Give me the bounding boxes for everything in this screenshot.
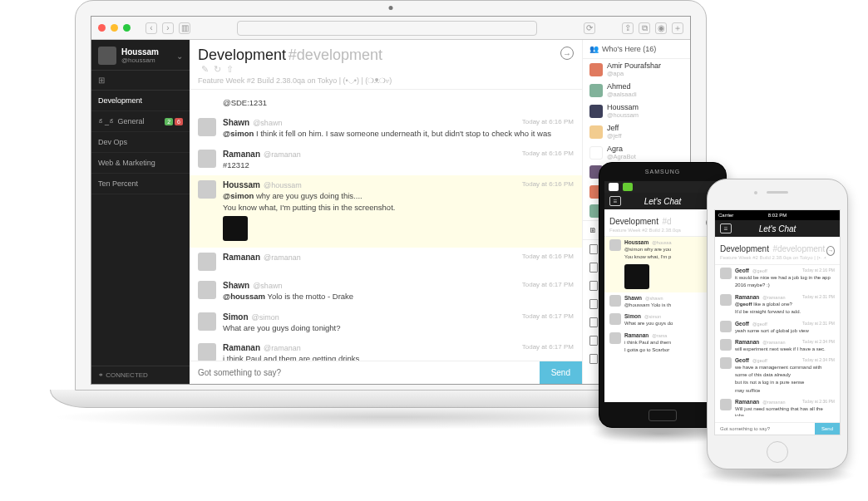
message-time: Today at 6:17 PM xyxy=(522,312,574,320)
message-text: 2016 maybe? :) xyxy=(735,282,835,288)
minimize-icon[interactable] xyxy=(111,24,118,32)
sidebar-item-general[interactable]: ಠ_ಠ General26 xyxy=(91,111,190,132)
status-time: 8:02 PM xyxy=(768,213,787,218)
logout-icon[interactable]: → xyxy=(560,47,574,60)
menu-icon[interactable]: ≡ xyxy=(720,223,732,233)
downloads-button[interactable]: ◉ xyxy=(655,22,667,34)
message-handle: @simon xyxy=(252,313,279,322)
message-list[interactable]: @SDE:1231Shawn@shawn@simon I think it fe… xyxy=(190,90,582,361)
back-button[interactable]: ‹ xyxy=(145,22,157,34)
person-name: Amir Pourafshar xyxy=(607,61,661,70)
message-time: Today at 6:16 PM xyxy=(522,150,574,157)
channel-header: Development #development Feature Week #2… xyxy=(715,237,840,265)
message-author: Ramanan xyxy=(735,399,759,405)
badge-count: 6 xyxy=(175,118,183,125)
chevron-down-icon[interactable]: ⌄ xyxy=(176,52,183,61)
message-author: Geoff xyxy=(735,321,749,327)
channel-subtitle: Feature Week #2 Build 2.38.0qa on Tokyo … xyxy=(198,76,392,86)
file-icon xyxy=(589,263,598,273)
person-name: Ahmed xyxy=(607,82,637,91)
attachment-thumbnail[interactable] xyxy=(624,264,649,289)
message-text: You know what, I'm p xyxy=(624,253,716,260)
message-input[interactable] xyxy=(190,361,540,384)
message-text: @houssam Yolo is the motto - Drake xyxy=(223,291,574,302)
message-author: Geoff xyxy=(735,357,749,363)
message-list[interactable]: Houssam@houssa@simon why are youYou know… xyxy=(604,237,721,356)
message: Ramanan@ramananToday at 6:16 PM xyxy=(190,248,582,276)
channel-title: Development xyxy=(198,47,286,63)
url-field[interactable] xyxy=(237,21,537,36)
avatar xyxy=(98,47,116,65)
person-item[interactable]: Houssam@houssam xyxy=(583,101,690,121)
whos-here-header: 👥Who's Here (16) xyxy=(583,40,690,59)
grid-icon[interactable]: ⊞ xyxy=(91,71,190,91)
person-handle: @apa xyxy=(607,70,661,77)
person-item[interactable]: Ahmed@aalsaadi xyxy=(583,80,690,101)
message-text: @houssam Yolo is th xyxy=(624,302,716,308)
file-icon xyxy=(589,336,598,346)
avatar xyxy=(589,105,603,118)
channel-slug: #development xyxy=(772,244,825,253)
iphone-home-button[interactable] xyxy=(767,441,788,463)
zoom-icon[interactable] xyxy=(123,24,131,32)
tabs-button[interactable]: ⧉ xyxy=(639,22,650,34)
reload-button[interactable]: ⟳ xyxy=(584,22,595,34)
person-item[interactable]: Amir Pourafshar@apa xyxy=(583,59,690,80)
message-time: Today at 6:16 PM xyxy=(522,118,574,125)
forward-button[interactable]: › xyxy=(162,22,174,34)
menu-icon[interactable]: ≡ xyxy=(609,196,621,206)
message: Ramanan@ramanan#12312Today at 6:16 PM xyxy=(190,145,582,175)
message-text: I gotta go to Scarbor xyxy=(624,346,716,353)
message-author: Shawn xyxy=(223,118,249,127)
sidebar-current-user[interactable]: Houssam @houssam ⌄ xyxy=(91,40,190,71)
avatar xyxy=(720,399,732,410)
message-list[interactable]: Geoff@geoffit would be nice we had a job… xyxy=(715,265,840,416)
attachment-thumbnail[interactable] xyxy=(223,216,248,241)
safari-toolbar: ‹ › ▥ ⟳ ⇪ ⧉ ◉ ＋ xyxy=(91,17,690,40)
sidebar-button[interactable]: ▥ xyxy=(179,22,190,34)
share-button[interactable]: ⇪ xyxy=(622,22,634,34)
message-author: Ramanan xyxy=(735,294,759,300)
main-panel: Development #development ✎ ↻ ⇧ Feature W… xyxy=(190,40,582,384)
channel-subtitle: Feature Week #2 Build 2.38.0qa on Tokyo … xyxy=(720,255,826,261)
logout-icon[interactable]: → xyxy=(826,246,835,256)
user-name: Houssam xyxy=(121,47,159,56)
avatar xyxy=(198,281,216,299)
message-text: @SDE:1231 xyxy=(223,97,574,108)
badge-count: 2 xyxy=(165,118,173,125)
message-text: but its not a log in a pure sense xyxy=(735,379,835,386)
message-handle: @simon xyxy=(644,314,661,319)
send-button[interactable]: Send xyxy=(540,361,582,384)
new-tab-button[interactable]: ＋ xyxy=(672,22,683,34)
iphone-speaker xyxy=(767,191,788,194)
message-input[interactable] xyxy=(715,423,815,435)
history-icon[interactable]: ↻ xyxy=(214,64,221,75)
ios-status-bar: Carrier 8:02 PM xyxy=(715,210,840,220)
upload-icon[interactable]: ⇧ xyxy=(226,64,234,75)
message-author: Simon xyxy=(624,313,641,319)
edit-icon[interactable]: ✎ xyxy=(201,64,209,75)
home-icon[interactable] xyxy=(609,183,619,191)
file-icon xyxy=(589,299,598,309)
sidebar-item-devops[interactable]: Dev Ops xyxy=(91,132,190,153)
message-text: @geoff like a global one? xyxy=(735,301,835,307)
avatar xyxy=(720,339,732,351)
send-button[interactable]: Send xyxy=(815,423,840,435)
sidebar-item-ten-percent[interactable]: Ten Percent xyxy=(91,174,190,194)
message-handle: @rama xyxy=(652,333,667,338)
person-item[interactable]: Agra@AgraBot xyxy=(583,142,690,163)
sidebar-item-web-marketing[interactable]: Web & Marketing xyxy=(91,153,190,174)
app-title: Let's Chat xyxy=(759,224,796,233)
message: Ramanan@ramai think Paul and themI gotta… xyxy=(604,330,721,356)
user-handle: @houssam xyxy=(121,56,159,64)
android-home-button[interactable] xyxy=(649,410,677,421)
avatar xyxy=(720,294,732,306)
close-icon[interactable] xyxy=(98,24,106,32)
avatar xyxy=(198,253,216,271)
sidebar-item-development[interactable]: Development xyxy=(91,91,190,111)
channel-subtitle: Feature Week #2 Build 2.38.0qa xyxy=(609,228,681,233)
avatar xyxy=(609,239,621,251)
channel-header: Development #d Feature Week #2 Build 2.3… xyxy=(604,209,721,237)
person-item[interactable]: Jeff@jeff xyxy=(583,121,690,142)
file-icon xyxy=(589,281,598,291)
